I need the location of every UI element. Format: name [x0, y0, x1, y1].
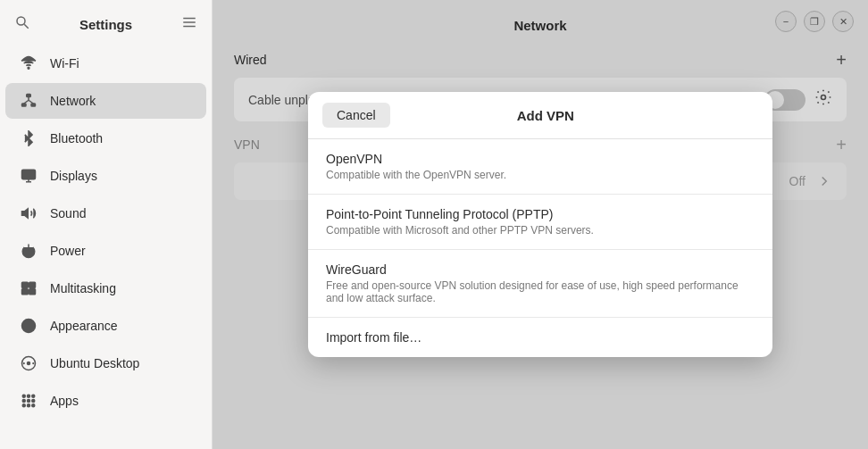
power-icon: [20, 242, 38, 260]
openvpn-option[interactable]: OpenVPN Compatible with the OpenVPN serv…: [308, 139, 772, 195]
openvpn-name: OpenVPN: [326, 152, 755, 166]
pptp-desc: Compatible with Microsoft and other PPTP…: [326, 224, 755, 237]
sidebar-item-apps[interactable]: Apps: [5, 383, 206, 419]
svg-marker-15: [22, 209, 29, 219]
display-icon: [20, 167, 38, 185]
main-content: − ❐ ✕ Network Wired + Cable unplugged VP…: [213, 0, 868, 449]
sidebar-item-appearance-label: Appearance: [50, 319, 118, 333]
add-vpn-dialog: Cancel Add VPN OpenVPN Compatible with t…: [308, 92, 772, 357]
apps-icon: [20, 392, 38, 410]
svg-point-27: [22, 395, 25, 397]
wireguard-name: WireGuard: [326, 262, 755, 277]
svg-point-34: [28, 404, 30, 407]
search-icon[interactable]: [14, 14, 30, 34]
svg-rect-19: [22, 289, 29, 295]
sidebar-item-ubuntu-desktop[interactable]: Ubuntu Desktop: [5, 345, 206, 381]
sidebar-item-wifi-label: Wi-Fi: [50, 56, 79, 71]
sidebar-item-multitasking[interactable]: Multitasking: [5, 270, 206, 306]
svg-point-0: [17, 17, 25, 25]
svg-point-35: [32, 404, 35, 407]
svg-rect-20: [29, 289, 36, 295]
svg-point-33: [22, 404, 25, 407]
multitasking-icon: [20, 279, 38, 297]
openvpn-desc: Compatible with the OpenVPN server.: [326, 169, 755, 181]
svg-rect-18: [29, 282, 36, 287]
sidebar-title: Settings: [79, 17, 132, 32]
svg-point-32: [32, 400, 35, 403]
sidebar-item-displays-label: Displays: [50, 169, 97, 183]
svg-point-22: [22, 320, 36, 333]
svg-line-1: [24, 24, 29, 29]
dialog-header: Cancel Add VPN: [308, 92, 772, 139]
cancel-button[interactable]: Cancel: [322, 103, 390, 128]
sidebar-item-displays[interactable]: Displays: [5, 158, 206, 194]
dialog-title: Add VPN: [390, 108, 701, 123]
svg-point-24: [27, 362, 31, 366]
svg-rect-17: [22, 282, 29, 287]
svg-point-5: [28, 67, 29, 69]
sidebar-item-wifi[interactable]: Wi-Fi: [5, 46, 206, 81]
sidebar-item-network-label: Network: [50, 94, 96, 108]
pptp-option[interactable]: Point-to-Point Tunneling Protocol (PPTP)…: [308, 195, 772, 250]
wireguard-desc: Free and open-source VPN solution design…: [326, 279, 755, 304]
sound-icon: [20, 204, 38, 222]
wireguard-option[interactable]: WireGuard Free and open-source VPN solut…: [308, 250, 772, 318]
sidebar-item-bluetooth[interactable]: Bluetooth: [5, 121, 206, 156]
svg-point-28: [28, 395, 30, 397]
svg-rect-7: [22, 104, 27, 106]
svg-point-30: [22, 400, 25, 403]
sidebar-item-bluetooth-label: Bluetooth: [50, 131, 103, 146]
network-icon: [20, 92, 38, 110]
dialog-overlay: Cancel Add VPN OpenVPN Compatible with t…: [213, 0, 868, 449]
svg-point-26: [32, 362, 34, 364]
svg-line-10: [24, 100, 29, 104]
sidebar-item-sound[interactable]: Sound: [5, 195, 206, 231]
appearance-icon: [20, 317, 38, 335]
svg-rect-8: [31, 104, 36, 106]
svg-rect-6: [27, 95, 31, 97]
sidebar-item-multitasking-label: Multitasking: [50, 281, 116, 295]
wifi-icon: [20, 54, 38, 72]
sidebar-header: Settings: [0, 7, 212, 45]
ubuntu-icon: [20, 354, 38, 372]
sidebar-item-apps-label: Apps: [50, 394, 79, 408]
sidebar: Settings Wi-Fi: [0, 0, 213, 449]
sidebar-item-power[interactable]: Power: [5, 233, 206, 269]
bluetooth-icon: [20, 129, 38, 147]
svg-point-31: [28, 400, 30, 403]
pptp-name: Point-to-Point Tunneling Protocol (PPTP): [326, 207, 755, 221]
sidebar-item-network[interactable]: Network: [5, 83, 206, 119]
import-option[interactable]: Import from file…: [308, 318, 772, 357]
menu-icon[interactable]: [181, 14, 197, 34]
svg-line-11: [29, 100, 33, 104]
import-label: Import from file…: [326, 330, 421, 345]
svg-point-29: [32, 395, 35, 397]
sidebar-item-sound-label: Sound: [50, 206, 86, 220]
sidebar-item-ubuntu-label: Ubuntu Desktop: [50, 356, 139, 370]
sidebar-item-power-label: Power: [50, 244, 86, 258]
svg-rect-12: [22, 170, 36, 179]
svg-point-25: [23, 362, 25, 364]
sidebar-item-appearance[interactable]: Appearance: [5, 308, 206, 344]
